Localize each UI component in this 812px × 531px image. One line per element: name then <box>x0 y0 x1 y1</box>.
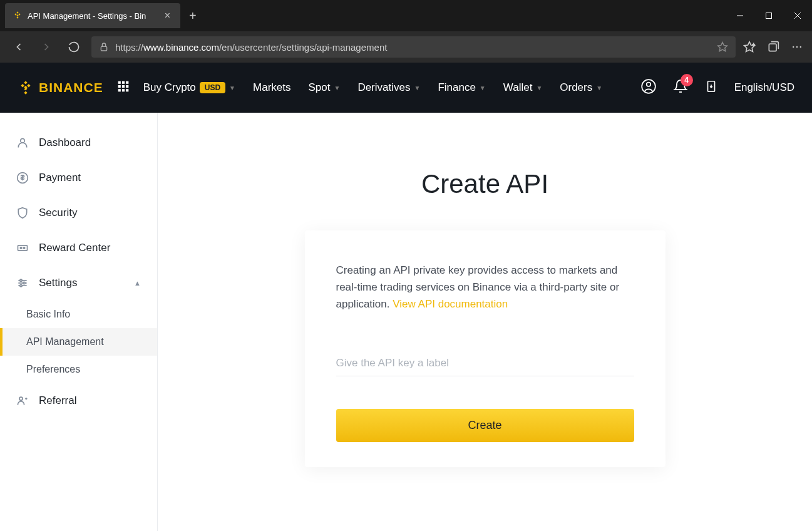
create-api-card: Creating an API private key provides acc… <box>305 230 666 467</box>
address-bar[interactable]: https://www.binance.com/en/usercenter/se… <box>91 36 736 58</box>
svg-point-25 <box>21 138 25 143</box>
svg-point-36 <box>19 397 23 400</box>
minimize-button[interactable] <box>726 3 754 28</box>
svg-point-23 <box>646 83 650 87</box>
browser-right-icons <box>743 41 803 53</box>
favorites-icon[interactable] <box>743 41 756 53</box>
url-text: https://www.binance.com/en/usercenter/se… <box>115 42 711 53</box>
nav-spot[interactable]: Spot▼ <box>308 81 340 94</box>
svg-point-28 <box>20 247 22 249</box>
lock-icon <box>99 42 109 52</box>
chevron-down-icon: ▼ <box>414 85 420 91</box>
svg-rect-21 <box>126 89 128 91</box>
sidebar-item-security[interactable]: Security <box>0 195 157 230</box>
chevron-down-icon: ▼ <box>229 85 235 91</box>
apps-grid-icon[interactable] <box>117 80 130 95</box>
sidebar-label: Security <box>39 207 77 219</box>
nav-buy-crypto[interactable]: Buy CryptoUSD▼ <box>143 81 235 94</box>
address-bar-row: https://www.binance.com/en/usercenter/se… <box>0 31 812 63</box>
collections-icon[interactable] <box>767 41 779 53</box>
sidebar-item-payment[interactable]: Payment <box>0 160 157 195</box>
favicon-icon <box>13 11 23 21</box>
sidebar-label: Referral <box>39 394 76 407</box>
nav-items: Buy CryptoUSD▼ Markets Spot▼ Derivatives… <box>143 81 602 94</box>
logo-icon <box>18 80 34 96</box>
account-icon[interactable] <box>640 78 657 97</box>
more-icon[interactable] <box>791 41 803 53</box>
sidebar-item-referral[interactable]: Referral <box>0 383 157 418</box>
sidebar-item-settings[interactable]: Settings ▲ <box>0 266 157 301</box>
main-layout: Dashboard Payment Security Reward Center… <box>0 113 812 531</box>
svg-rect-20 <box>122 89 125 91</box>
header-right: 4 English/USD <box>640 78 794 97</box>
ticket-icon <box>16 242 29 254</box>
svg-point-11 <box>796 46 798 48</box>
svg-point-10 <box>793 46 794 48</box>
refresh-button[interactable] <box>64 37 84 57</box>
logo-text: BINANCE <box>39 80 103 95</box>
svg-point-31 <box>20 279 22 281</box>
sidebar-item-dashboard[interactable]: Dashboard <box>0 125 157 160</box>
forward-button[interactable] <box>36 37 56 57</box>
svg-point-29 <box>23 247 25 249</box>
sidebar: Dashboard Payment Security Reward Center… <box>0 113 158 531</box>
sidebar-item-reward-center[interactable]: Reward Center <box>0 230 157 266</box>
content-area: Create API Creating an API private key p… <box>158 113 812 531</box>
browser-chrome: API Management - Settings - Bin × + http… <box>0 0 812 63</box>
svg-point-12 <box>800 46 802 48</box>
svg-rect-16 <box>118 85 120 88</box>
nav-finance[interactable]: Finance▼ <box>438 81 485 94</box>
close-window-button[interactable] <box>783 3 812 28</box>
svg-rect-19 <box>118 89 120 91</box>
sidebar-label: Settings <box>39 277 77 289</box>
maximize-button[interactable] <box>754 3 783 28</box>
svg-rect-14 <box>122 81 125 84</box>
new-tab-button[interactable]: + <box>180 9 205 23</box>
notification-badge: 4 <box>681 74 693 86</box>
svg-point-33 <box>23 282 25 284</box>
tab-title: API Management - Settings - Bin <box>28 11 157 21</box>
sidebar-label: Payment <box>39 172 81 184</box>
sliders-icon <box>16 277 29 289</box>
nav-wallet[interactable]: Wallet▼ <box>503 81 543 94</box>
svg-rect-17 <box>122 85 125 88</box>
svg-rect-1 <box>766 13 772 19</box>
dollar-icon <box>16 172 29 184</box>
chevron-down-icon: ▼ <box>480 85 486 91</box>
window-controls <box>726 3 812 28</box>
chevron-up-icon: ▲ <box>134 279 141 287</box>
svg-rect-27 <box>18 245 28 250</box>
usd-badge: USD <box>200 82 225 93</box>
api-documentation-link[interactable]: View API documentation <box>393 298 508 310</box>
notifications-icon[interactable]: 4 <box>673 79 688 96</box>
create-button[interactable]: Create <box>336 409 634 442</box>
svg-rect-9 <box>769 44 776 51</box>
sidebar-sub-api-management[interactable]: API Management <box>0 328 157 356</box>
download-icon[interactable] <box>704 80 718 96</box>
nav-derivatives[interactable]: Derivatives▼ <box>357 81 420 94</box>
browser-tab[interactable]: API Management - Settings - Bin × <box>5 3 180 28</box>
sidebar-sub-basic-info[interactable]: Basic Info <box>0 301 157 328</box>
user-icon <box>16 137 29 149</box>
chevron-down-icon: ▼ <box>536 85 542 91</box>
svg-point-35 <box>20 285 22 287</box>
chevron-down-icon: ▼ <box>596 85 602 91</box>
nav-markets[interactable]: Markets <box>253 81 290 94</box>
api-label-input[interactable] <box>336 351 634 376</box>
tab-bar: API Management - Settings - Bin × + <box>0 0 812 31</box>
svg-rect-18 <box>126 85 128 88</box>
nav-orders[interactable]: Orders▼ <box>560 81 602 94</box>
binance-logo[interactable]: BINANCE <box>18 80 103 96</box>
favorite-star-icon[interactable] <box>717 41 728 53</box>
svg-rect-15 <box>126 81 128 84</box>
svg-rect-4 <box>101 46 106 51</box>
svg-marker-5 <box>718 43 727 51</box>
sidebar-label: Reward Center <box>39 242 110 254</box>
sidebar-sub-preferences[interactable]: Preferences <box>0 356 157 383</box>
back-button[interactable] <box>9 37 29 57</box>
chevron-down-icon: ▼ <box>334 85 340 91</box>
page-title: Create API <box>421 169 548 199</box>
close-tab-icon[interactable]: × <box>162 9 173 23</box>
site-header: BINANCE Buy CryptoUSD▼ Markets Spot▼ Der… <box>0 63 812 113</box>
language-currency[interactable]: English/USD <box>734 81 794 94</box>
